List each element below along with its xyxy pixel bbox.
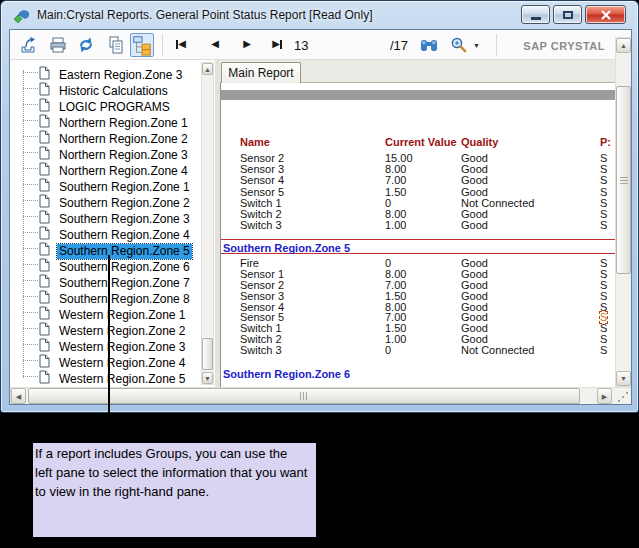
- page-icon: [39, 370, 50, 387]
- group-tree: Eastern Region.Zone 3 Historic C: [10, 65, 201, 385]
- tree-item[interactable]: Southern Region.Zone 1: [10, 177, 201, 193]
- title-bar[interactable]: Main:Crystal Reports. General Point Stat…: [3, 2, 636, 29]
- screenshot-stage: Main:Crystal Reports. General Point Stat…: [0, 0, 639, 548]
- first-page-button[interactable]: ◀: [170, 34, 192, 54]
- scroll-down-icon[interactable]: ▼: [616, 371, 631, 386]
- horizontal-scrollbar-thumb[interactable]: [28, 388, 580, 404]
- tree-item[interactable]: Southern Region.Zone 2: [10, 193, 201, 209]
- group-band-label: Southern Region.Zone 5: [223, 242, 350, 254]
- cell-quality: Not Connected: [461, 345, 534, 356]
- cell-part: S: [600, 175, 607, 186]
- tree-connector: [23, 232, 38, 233]
- toggle-group-tree-button[interactable]: [130, 33, 154, 57]
- maximize-button[interactable]: [553, 5, 582, 24]
- report-row: Sensor 5 7.00 Good S: [221, 312, 632, 323]
- tree-connector: [23, 168, 38, 169]
- vertical-scrollbar[interactable]: ▲ ▼: [615, 37, 632, 387]
- tree-connector: [23, 184, 38, 185]
- tree-item[interactable]: Northern Region.Zone 2: [10, 129, 201, 145]
- print-button[interactable]: [48, 35, 68, 59]
- tree-item[interactable]: Eastern Region.Zone 3: [10, 65, 201, 81]
- last-page-icon: ▶: [272, 39, 280, 49]
- report-row: Switch 3 1.00 Good S: [221, 220, 632, 231]
- tree-item[interactable]: Southern Region.Zone 8: [10, 289, 201, 305]
- tree-item[interactable]: Western Region.Zone 3: [10, 337, 201, 353]
- header-part: P:: [600, 137, 611, 148]
- export-icon: [18, 35, 38, 55]
- tree-item[interactable]: Southern Region.Zone 7: [10, 273, 201, 289]
- toolbar: ◀ ◀ ▶ ▶ 13 /17: [10, 30, 631, 60]
- tree-item[interactable]: Historic Calculations: [10, 81, 201, 97]
- refresh-button[interactable]: [76, 35, 96, 59]
- find-text-icon: [420, 37, 438, 53]
- tree-connector: [23, 312, 38, 313]
- copy-icon: [106, 35, 126, 55]
- close-icon: [600, 10, 612, 20]
- tree-connector: [23, 152, 38, 153]
- total-pages-label: /17: [390, 38, 408, 53]
- next-page-button[interactable]: ▶: [236, 34, 258, 54]
- tree-item[interactable]: LOGIC PROGRAMS: [10, 97, 201, 113]
- tree-connector: [23, 280, 38, 281]
- tree-connector: [23, 264, 38, 265]
- report-row: Switch 1 0 Not Connected S: [221, 198, 632, 209]
- tree-connector: [23, 328, 38, 329]
- tree-item[interactable]: Southern Region.Zone 6: [10, 257, 201, 273]
- tree-item[interactable]: Western Region.Zone 1: [10, 305, 201, 321]
- scroll-right-icon[interactable]: ▶: [597, 388, 612, 404]
- header-quality: Quality: [461, 137, 498, 148]
- scroll-down-icon[interactable]: ▼: [202, 372, 213, 384]
- copy-button[interactable]: [106, 35, 126, 59]
- tree-item[interactable]: Southern Region.Zone 5: [10, 241, 201, 257]
- report-tab-strip: Main Report: [220, 60, 631, 83]
- report-row: Switch 2 1.00 Good S: [221, 334, 632, 345]
- tree-item-label[interactable]: Western Region.Zone 5: [57, 372, 188, 387]
- resize-grip[interactable]: [614, 388, 632, 405]
- cell-current-value: 1.00: [385, 220, 406, 231]
- cell-quality: Good: [461, 187, 488, 198]
- cell-part: S: [600, 220, 607, 231]
- tab-main-report[interactable]: Main Report: [221, 62, 301, 83]
- minimize-button[interactable]: [521, 5, 550, 24]
- tree-connector: [23, 104, 38, 105]
- tree-connector: [23, 200, 38, 201]
- print-icon: [48, 35, 68, 55]
- tree-connector: [23, 248, 38, 249]
- window-controls: [518, 5, 626, 24]
- horizontal-scrollbar[interactable]: ◀ ▶: [10, 387, 632, 405]
- callout-pointer-line: [108, 255, 110, 445]
- tree-item[interactable]: Northern Region.Zone 1: [10, 113, 201, 129]
- zoom-dropdown-icon[interactable]: ▼: [473, 42, 480, 49]
- current-page-field[interactable]: 13: [294, 38, 308, 53]
- callout-note: If a report includes Groups, you can use…: [33, 443, 316, 537]
- tree-item[interactable]: Northern Region.Zone 3: [10, 145, 201, 161]
- tree-item[interactable]: Southern Region.Zone 4: [10, 225, 201, 241]
- zoom-button[interactable]: [450, 36, 468, 58]
- tree-item[interactable]: Western Region.Zone 4: [10, 353, 201, 369]
- report-row: Sensor 5 1.50 Good S: [221, 187, 632, 198]
- tree-connector: [23, 216, 38, 217]
- vertical-scrollbar-thumb[interactable]: [616, 86, 631, 274]
- tree-connector: [23, 88, 38, 89]
- tree-item[interactable]: Western Region.Zone 5: [10, 369, 201, 385]
- tree-item[interactable]: Western Region.Zone 2: [10, 321, 201, 337]
- tree-scrollbar[interactable]: ▲ ▼: [201, 62, 214, 385]
- close-button[interactable]: [585, 5, 626, 24]
- tree-item[interactable]: Northern Region.Zone 4: [10, 161, 201, 177]
- find-text-button[interactable]: [420, 37, 438, 57]
- cell-name: Sensor 4: [240, 175, 284, 186]
- scroll-left-icon[interactable]: ◀: [11, 388, 26, 404]
- last-page-button[interactable]: ▶: [266, 34, 288, 54]
- report-rows-zone5: Fire 0 Good S Sensor 1 8.00 Good S: [221, 258, 632, 356]
- previous-page-button[interactable]: ◀: [204, 34, 226, 54]
- cell-part: S: [600, 187, 607, 198]
- report-header-row: Name Current Value Quality P:: [221, 137, 632, 149]
- scroll-up-icon[interactable]: ▲: [202, 63, 213, 75]
- tree-item[interactable]: Southern Region.Zone 3: [10, 209, 201, 225]
- tree-connector: [23, 120, 38, 121]
- scroll-up-icon[interactable]: ▲: [616, 38, 631, 53]
- page-margin-strip: [221, 90, 632, 100]
- export-button[interactable]: [18, 35, 38, 59]
- report-rows-zone4: Sensor 2 15.00 Good S Sensor 3 8.00 Good…: [221, 153, 632, 231]
- tree-scrollbar-thumb[interactable]: [202, 338, 213, 370]
